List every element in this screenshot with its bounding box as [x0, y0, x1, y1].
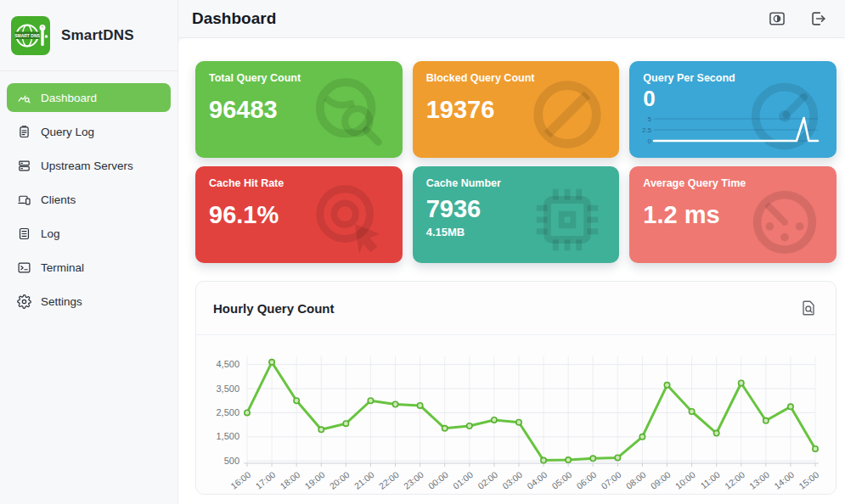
svg-text:5: 5 [648, 115, 652, 123]
smartdns-dashboard-page: { "app": { "brand": "SmartDNS", "logo_te… [0, 0, 845, 504]
card-value: 1.2 ms [643, 202, 823, 228]
page-title: Dashboard [192, 9, 767, 28]
sidebar: SMART DNS SmartDNS DashboardQuery LogUps… [0, 0, 178, 504]
card-cache-hit-rate: Cache Hit Rate96.1% [195, 166, 403, 263]
svg-text:03:00: 03:00 [500, 469, 524, 491]
svg-text:3,500: 3,500 [216, 384, 239, 394]
stat-cards: Total Query Count96483Blocked Query Coun… [195, 61, 837, 263]
svg-text:1,500: 1,500 [216, 431, 239, 441]
brand: SMART DNS SmartDNS [0, 0, 177, 71]
card-cache-number: Cache Number79364.15MB [413, 166, 620, 263]
sidebar-item-upstream-servers[interactable]: Upstream Servers [7, 151, 171, 180]
sidebar-menu: DashboardQuery LogUpstream ServersClient… [0, 71, 177, 328]
svg-text:23:00: 23:00 [402, 469, 425, 491]
save-image-button[interactable] [798, 298, 819, 318]
svg-text:12:00: 12:00 [723, 469, 746, 491]
top-bar: Dashboard [178, 0, 845, 38]
svg-text:08:00: 08:00 [624, 469, 648, 491]
svg-text:22:00: 22:00 [377, 469, 401, 491]
main-content: Total Query Count96483Blocked Query Coun… [178, 38, 845, 504]
svg-text:04:00: 04:00 [525, 469, 549, 491]
card-value: 96.1% [209, 202, 389, 228]
svg-text:20:00: 20:00 [327, 469, 351, 491]
sidebar-item-query-log[interactable]: Query Log [7, 117, 171, 146]
card-blocked-query-count: Blocked Query Count19376 [413, 61, 620, 158]
sidebar-item-label: Query Log [41, 126, 94, 138]
terminal-icon [17, 260, 31, 275]
theme-toggle-button[interactable] [767, 8, 787, 29]
svg-text:2,500: 2,500 [216, 407, 239, 417]
card-average-query-time: Average Query Time1.2 ms [629, 166, 837, 263]
sidebar-item-terminal[interactable]: Terminal [7, 253, 171, 282]
svg-text:SMART DNS: SMART DNS [14, 32, 40, 37]
svg-text:02:00: 02:00 [476, 469, 499, 491]
svg-text:00:00: 00:00 [426, 469, 450, 491]
svg-text:15:00: 15:00 [797, 469, 820, 491]
card-query-per-second: Query Per Second002.55 [629, 61, 837, 158]
sidebar-item-label: Upstream Servers [41, 160, 133, 172]
save-image-icon [799, 299, 818, 317]
svg-text:14:00: 14:00 [772, 469, 796, 491]
chart-title: Hourly Query Count [213, 301, 335, 316]
svg-text:07:00: 07:00 [599, 469, 622, 491]
chart-search-icon [17, 91, 31, 105]
svg-text:500: 500 [224, 456, 239, 466]
svg-text:21:00: 21:00 [352, 469, 376, 491]
topbar-icons [767, 8, 828, 29]
svg-text:01:00: 01:00 [451, 469, 475, 491]
sidebar-item-label: Settings [41, 295, 82, 308]
card-value: 96483 [209, 97, 389, 123]
svg-text:17:00: 17:00 [253, 469, 277, 491]
sidebar-item-settings[interactable]: Settings [7, 287, 171, 316]
brand-name: SmartDNS [61, 27, 134, 44]
svg-text:09:00: 09:00 [649, 469, 673, 491]
card-subvalue: 4.15MB [426, 226, 606, 238]
sidebar-item-clients[interactable]: Clients [7, 185, 171, 214]
hourly-chart-panel: Hourly Query Count 5001,5002,5003,5004,5… [195, 281, 837, 495]
svg-text:11:00: 11:00 [698, 469, 722, 490]
logout-icon [808, 9, 827, 28]
card-value: 0 [643, 87, 823, 110]
svg-text:06:00: 06:00 [574, 469, 598, 491]
svg-text:18:00: 18:00 [278, 469, 301, 491]
svg-text:2.5: 2.5 [642, 126, 652, 134]
hourly-query-chart: 5001,5002,5003,5004,50016:0017:0018:0019… [196, 335, 836, 497]
sidebar-item-log[interactable]: Log [7, 219, 171, 248]
card-value: 7936 [426, 196, 606, 222]
card-value: 19376 [426, 97, 606, 123]
clipboard-icon [17, 125, 31, 139]
svg-text:19:00: 19:00 [302, 469, 326, 491]
sidebar-item-dashboard[interactable]: Dashboard [7, 83, 171, 112]
theme-toggle-icon [768, 9, 786, 28]
svg-text:0: 0 [648, 137, 652, 145]
gear-icon [17, 294, 31, 309]
svg-text:4,500: 4,500 [216, 359, 239, 369]
svg-text:10:00: 10:00 [673, 469, 697, 491]
svg-text:13:00: 13:00 [747, 469, 771, 491]
svg-text:16:00: 16:00 [228, 469, 252, 491]
card-total-query-count: Total Query Count96483 [195, 61, 403, 158]
document-icon [17, 227, 31, 241]
sidebar-item-label: Dashboard [41, 92, 97, 104]
svg-text:05:00: 05:00 [549, 469, 573, 491]
sidebar-item-label: Clients [41, 193, 76, 206]
sidebar-item-label: Terminal [41, 261, 84, 274]
chart-panel-header: Hourly Query Count [196, 282, 836, 335]
hourly-query-line-chart: 5001,5002,5003,5004,50016:0017:0018:0019… [198, 336, 834, 494]
sidebar-item-label: Log [41, 227, 60, 240]
smartdns-logo-icon: SMART DNS [11, 16, 50, 55]
qps-sparkline-chart: 02.55 [641, 110, 820, 151]
servers-icon [17, 159, 31, 173]
logout-button[interactable] [808, 8, 828, 29]
devices-icon [17, 193, 31, 207]
